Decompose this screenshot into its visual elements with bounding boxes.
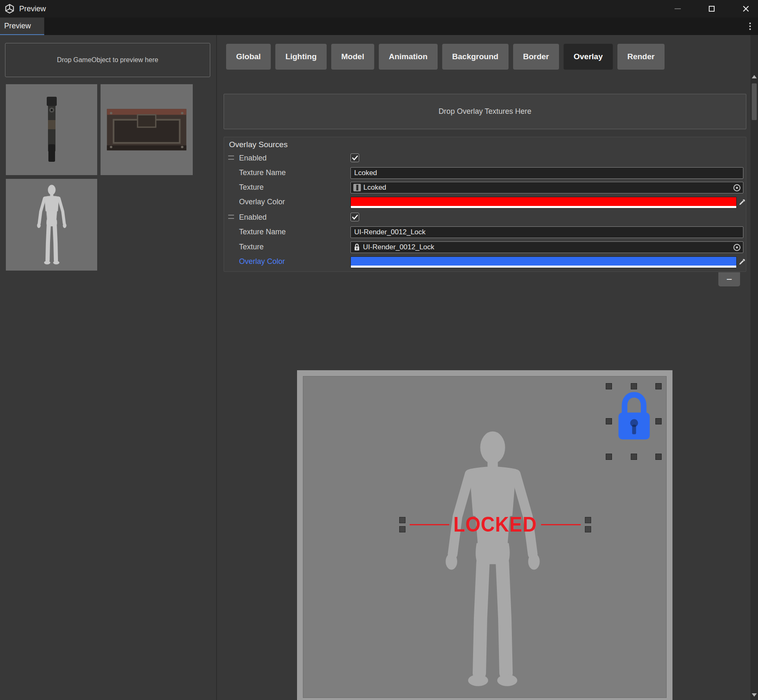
gameobject-drop-zone[interactable]: Drop GameObject to preview here — [5, 43, 210, 77]
overlay-sources-section: Overlay Sources Enabled Texture Name Tex… — [224, 137, 746, 272]
texture-name-label: Texture Name — [239, 168, 286, 177]
global-button[interactable]: Global — [226, 44, 271, 70]
texture-name-input[interactable] — [350, 226, 743, 238]
overlay-color-swatch[interactable] — [350, 256, 737, 268]
texture-object-field[interactable]: UI-Render_0012_Lock — [350, 241, 743, 253]
check-icon — [352, 156, 358, 161]
overlay-guide-line — [410, 524, 449, 525]
selection-handle[interactable] — [585, 526, 591, 532]
lock-icon — [612, 390, 656, 444]
overlay-color-label: Overlay Color — [239, 198, 285, 206]
selection-handle[interactable] — [631, 383, 637, 389]
remove-source-button[interactable]: − — [718, 272, 740, 286]
selection-handle[interactable] — [399, 526, 405, 532]
selection-handle[interactable] — [655, 454, 662, 460]
overlay-textures-drop-zone[interactable]: Drop Overlay Textures Here — [224, 94, 746, 129]
overlay-drop-hint: Drop Overlay Textures Here — [438, 107, 531, 116]
check-icon — [352, 215, 358, 220]
selection-handle[interactable] — [631, 454, 637, 460]
selection-handle[interactable] — [585, 517, 591, 523]
selection-handle[interactable] — [655, 418, 662, 424]
kebab-menu-icon[interactable] — [745, 21, 755, 32]
overlay-sources-title: Overlay Sources — [229, 140, 287, 149]
reorder-handle-icon[interactable] — [228, 156, 234, 160]
close-button[interactable] — [738, 0, 754, 18]
selection-handle[interactable] — [606, 418, 612, 424]
pistol-icon — [39, 94, 65, 165]
close-icon — [742, 5, 750, 13]
texture-preview-icon — [353, 184, 361, 191]
scroll-down-icon[interactable] — [752, 693, 757, 697]
selection-handles-left — [399, 517, 405, 532]
border-button[interactable]: Border — [513, 44, 559, 70]
tab-preview-label: Preview — [4, 22, 31, 30]
vertical-scrollbar[interactable] — [750, 35, 758, 700]
unity-logo-icon — [4, 3, 15, 14]
texture-object-name: UI-Render_0012_Lock — [363, 243, 434, 251]
settings-toolbar: Global Lighting Model Animation Backgrou… — [226, 44, 665, 70]
model-button[interactable]: Model — [331, 44, 374, 70]
panel-divider — [216, 35, 217, 700]
render-preview-viewport: LOCKED — [303, 376, 667, 698]
render-button[interactable]: Render — [617, 44, 665, 70]
background-button[interactable]: Background — [442, 44, 509, 70]
enabled-checkbox[interactable] — [350, 153, 359, 162]
selection-handles-right — [585, 517, 591, 532]
overlay-button[interactable]: Overlay — [564, 44, 613, 70]
enabled-label: Enabled — [239, 154, 267, 163]
overlay-guide-line — [541, 524, 581, 525]
texture-name-label: Texture Name — [239, 228, 286, 236]
gameobject-drop-hint: Drop GameObject to preview here — [57, 56, 159, 64]
selection-handle[interactable] — [399, 517, 405, 523]
lock-overlay[interactable] — [612, 390, 656, 445]
texture-label: Texture — [239, 183, 264, 192]
reorder-handle-icon[interactable] — [228, 215, 234, 219]
maximize-icon — [709, 6, 715, 12]
object-picker-icon[interactable] — [733, 184, 740, 191]
window-title: Preview — [19, 5, 46, 13]
tab-bar: Preview — [0, 18, 758, 35]
alpha-strip — [351, 266, 736, 268]
texture-label: Texture — [239, 243, 264, 251]
crate-thumbnail[interactable] — [101, 84, 193, 175]
locked-text-overlay[interactable]: LOCKED — [389, 513, 602, 536]
texture-object-name: Lcoked — [363, 183, 386, 192]
selection-handle[interactable] — [606, 454, 612, 460]
scroll-up-icon[interactable] — [752, 75, 757, 78]
minimize-icon — [675, 8, 681, 9]
enabled-label: Enabled — [239, 213, 267, 222]
lock-texture-icon — [353, 243, 360, 251]
pistol-thumbnail[interactable] — [6, 84, 97, 175]
alpha-strip — [351, 206, 736, 208]
window-controls — [670, 0, 754, 18]
texture-name-input[interactable] — [350, 167, 743, 179]
texture-object-field[interactable]: Lcoked — [350, 182, 743, 193]
locked-text: LOCKED — [453, 512, 537, 537]
maximize-button[interactable] — [704, 0, 720, 18]
enabled-checkbox[interactable] — [350, 213, 359, 221]
eyedropper-icon[interactable] — [738, 196, 747, 208]
lighting-button[interactable]: Lighting — [275, 44, 327, 70]
tab-preview[interactable]: Preview — [0, 18, 44, 35]
crate-icon — [101, 84, 193, 175]
titlebar: Preview — [0, 0, 758, 18]
selection-handle[interactable] — [606, 383, 612, 389]
render-preview-frame: LOCKED — [297, 370, 672, 700]
mannequin-icon — [31, 183, 73, 266]
eyedropper-icon[interactable] — [738, 256, 747, 268]
mannequin-thumbnail[interactable] — [6, 179, 97, 271]
overlay-color-swatch[interactable] — [350, 197, 737, 208]
scrollbar-thumb[interactable] — [752, 83, 757, 120]
overlay-color-label-selected: Overlay Color — [239, 257, 285, 266]
object-picker-icon[interactable] — [733, 244, 740, 251]
minimize-button[interactable] — [670, 0, 685, 18]
selection-handle[interactable] — [655, 383, 662, 389]
animation-button[interactable]: Animation — [379, 44, 438, 70]
mannequin-model — [426, 422, 559, 697]
preview-window: Preview Preview Drop GameObject to previ… — [0, 0, 758, 700]
